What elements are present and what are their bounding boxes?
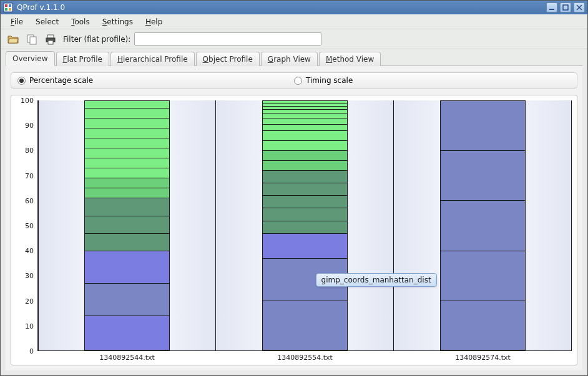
bar-segment[interactable]: [84, 158, 170, 168]
svg-rect-3: [5, 8, 7, 11]
svg-rect-13: [48, 41, 53, 44]
bar-segment[interactable]: [440, 301, 526, 350]
print-button[interactable]: [43, 32, 58, 47]
bar-segment[interactable]: [262, 301, 348, 350]
timing-scale-radio[interactable]: [294, 77, 302, 85]
svg-rect-10: [30, 37, 36, 44]
bar-segment[interactable]: [262, 221, 348, 233]
menubar: FileSelectToolsSettingsHelp: [1, 14, 587, 29]
minimize-button[interactable]: [546, 2, 557, 12]
bar-segment[interactable]: [262, 195, 348, 208]
bar-segment[interactable]: [440, 251, 526, 301]
bar-segment[interactable]: [84, 100, 170, 108]
stacked-bar: [84, 100, 170, 350]
bar-segment[interactable]: [84, 198, 170, 215]
plot-inner: 1340892544.txt1340892554.txt1340892574.t…: [37, 100, 572, 351]
titlebar: QProf v.1.1.0: [1, 1, 587, 14]
bar-segment[interactable]: [84, 168, 170, 178]
menu-tools[interactable]: Tools: [66, 16, 95, 27]
bar-segment[interactable]: [84, 316, 170, 350]
y-tick: 10: [25, 322, 34, 330]
bar-segment[interactable]: [262, 124, 348, 130]
percentage-scale-label: Percentage scale: [29, 76, 93, 85]
app-window: QProf v.1.1.0 FileSelectToolsSettingsHel…: [0, 0, 588, 376]
bar-segment[interactable]: [84, 108, 170, 118]
bar-segment[interactable]: [84, 251, 170, 283]
maximize-button[interactable]: [560, 2, 571, 12]
bar-segment[interactable]: [262, 140, 348, 150]
bar-segment[interactable]: [84, 283, 170, 316]
y-tick: 80: [25, 147, 34, 155]
tab-overview[interactable]: Overview: [6, 51, 55, 66]
bar-segment[interactable]: [262, 208, 348, 220]
bar-segment[interactable]: [440, 100, 526, 150]
bar-segment[interactable]: [84, 148, 170, 158]
timing-scale-label: Timing scale: [306, 76, 353, 85]
bar-segment[interactable]: [84, 188, 170, 198]
x-label: 1340892574.txt: [455, 354, 511, 362]
svg-rect-4: [9, 8, 11, 11]
chart: 0102030405060708090100 1340892544.txt134…: [11, 95, 577, 365]
plot-area: 0102030405060708090100 1340892544.txt134…: [37, 100, 572, 351]
content-area: Percentage scale Timing scale 0102030405…: [6, 65, 582, 370]
copy-button[interactable]: [24, 32, 39, 47]
bar-segment[interactable]: [262, 160, 348, 170]
bar-segment[interactable]: [84, 216, 170, 233]
bar-segment[interactable]: [262, 170, 348, 183]
tabbar: OverviewFlat ProfileHierarchical Profile…: [1, 49, 587, 65]
tab-flat-profile[interactable]: Flat Profile: [56, 52, 109, 66]
stacked-bar: [262, 100, 348, 350]
y-tick: 70: [25, 171, 34, 180]
y-tick: 20: [25, 297, 34, 305]
svg-rect-1: [5, 4, 7, 7]
y-tick: 60: [25, 196, 34, 205]
bar-segment[interactable]: [84, 233, 170, 251]
y-tick: 50: [25, 222, 34, 230]
y-tick: 40: [25, 247, 34, 255]
filter-input[interactable]: [134, 32, 321, 46]
bar-segment[interactable]: [440, 150, 526, 200]
open-button[interactable]: [6, 32, 21, 47]
bar-segment[interactable]: [262, 113, 348, 118]
bar-segment[interactable]: [262, 130, 348, 140]
tab-object-profile[interactable]: Object Profile: [196, 52, 260, 66]
y-tick: 90: [25, 122, 34, 130]
y-tick: 100: [21, 97, 34, 105]
window-title: QProf v.1.1.0: [17, 3, 546, 12]
bar-segment[interactable]: [84, 178, 170, 188]
app-icon: [3, 2, 13, 12]
y-tick: 30: [25, 272, 34, 280]
tab-method-view[interactable]: Method View: [319, 52, 381, 66]
percentage-scale-radio[interactable]: [17, 77, 26, 85]
close-button[interactable]: [574, 2, 585, 12]
bar-segment[interactable]: [84, 138, 170, 148]
stacked-bar: [440, 100, 526, 350]
tab-hierarchical-profile[interactable]: Hierarchical Profile: [110, 52, 195, 66]
x-label: 1340892544.txt: [99, 354, 155, 362]
svg-rect-6: [563, 5, 568, 10]
svg-rect-2: [9, 4, 11, 7]
bar-segment[interactable]: [262, 233, 348, 258]
filter-label: Filter (flat profile):: [63, 35, 130, 44]
y-axis: 0102030405060708090100: [14, 100, 36, 351]
menu-help[interactable]: Help: [140, 16, 167, 27]
menu-settings[interactable]: Settings: [97, 16, 138, 27]
bar-segment[interactable]: [84, 128, 170, 138]
menu-select[interactable]: Select: [31, 16, 64, 27]
svg-rect-11: [47, 35, 54, 38]
bar-segment[interactable]: [262, 183, 348, 195]
toolbar: Filter (flat profile):: [1, 29, 587, 49]
tooltip: gimp_coords_manhattan_dist: [316, 273, 437, 287]
bar-segment[interactable]: [440, 200, 526, 250]
window-controls: [546, 2, 585, 12]
bar-segment[interactable]: [262, 150, 348, 160]
y-tick: 0: [29, 347, 34, 355]
bar-segment[interactable]: [262, 118, 348, 124]
scale-selector: Percentage scale Timing scale: [11, 72, 577, 89]
tab-graph-view[interactable]: Graph View: [261, 52, 318, 66]
menu-file[interactable]: File: [6, 16, 28, 27]
x-label: 1340892554.txt: [277, 354, 333, 362]
bar-segment[interactable]: [84, 118, 170, 128]
